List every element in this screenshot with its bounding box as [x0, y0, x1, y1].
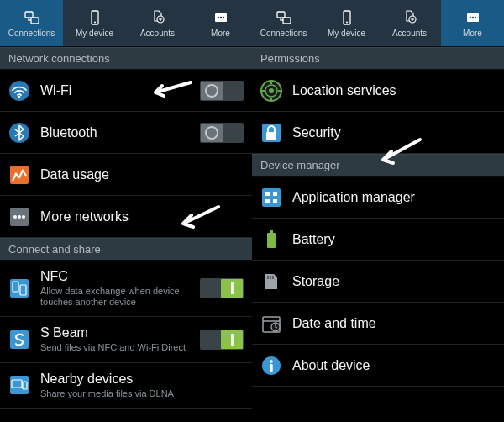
storage-icon [260, 271, 282, 293]
svg-rect-38 [266, 132, 276, 140]
tab-label: Connections [260, 29, 307, 38]
svg-point-6 [217, 16, 218, 18]
tab-label: Accounts [392, 29, 427, 38]
item-nearby-devices[interactable]: Nearby devices Share your media files vi… [0, 363, 252, 409]
svg-rect-44 [267, 233, 276, 248]
item-more-networks[interactable]: More networks [0, 196, 252, 238]
tab-label: More [463, 29, 482, 38]
item-nfc[interactable]: NFC Allow data exchange when device touc… [0, 261, 252, 317]
svg-rect-48 [272, 276, 274, 279]
tab-more[interactable]: More [441, 0, 504, 46]
svg-point-32 [471, 16, 473, 18]
right-tab-bar: Connections My device Accounts More [252, 0, 504, 47]
svg-rect-25 [277, 12, 285, 18]
svg-point-31 [469, 16, 470, 18]
data-usage-icon [8, 164, 30, 186]
item-label: S Beam [40, 325, 190, 340]
item-label: Data usage [40, 167, 244, 182]
location-icon [260, 80, 282, 102]
toggle-bluetooth[interactable] [200, 123, 244, 143]
svg-point-7 [219, 16, 221, 18]
tab-label: My device [76, 29, 113, 38]
item-label: Battery [292, 232, 496, 247]
item-security[interactable]: Security [252, 112, 504, 154]
item-label: About device [292, 358, 496, 373]
svg-rect-46 [267, 276, 269, 279]
item-bluetooth[interactable]: Bluetooth [0, 112, 252, 154]
svg-point-52 [270, 360, 273, 363]
tab-connections[interactable]: Connections [0, 0, 63, 46]
item-data-usage[interactable]: Data usage [0, 154, 252, 196]
item-sublabel: Allow data exchange when device touches … [40, 286, 190, 308]
svg-point-10 [18, 95, 21, 98]
app-manager-icon [260, 187, 282, 208]
accounts-icon [150, 9, 166, 26]
item-label: Date and time [292, 316, 496, 331]
my-device-icon [87, 9, 103, 26]
tab-more[interactable]: More [189, 0, 252, 46]
toggle-wifi[interactable] [200, 81, 244, 101]
tab-my-device[interactable]: My device [63, 0, 126, 46]
more-icon [213, 9, 229, 26]
section-permissions: Permissions [252, 47, 504, 70]
s-beam-icon [8, 329, 30, 351]
tab-label: My device [328, 29, 365, 38]
connections-icon [24, 9, 40, 26]
item-label: More networks [40, 209, 244, 224]
svg-point-13 [15, 172, 18, 175]
security-icon [260, 122, 282, 144]
svg-rect-45 [270, 230, 273, 233]
item-about-device[interactable]: About device [252, 345, 504, 387]
item-sublabel: Send files via NFC and Wi-Fi Direct [40, 342, 190, 353]
item-storage[interactable]: Storage [252, 261, 504, 303]
svg-rect-53 [270, 364, 272, 372]
section-network-connections: Network connections [0, 47, 252, 70]
item-label: Application manager [292, 190, 496, 205]
tab-accounts[interactable]: Accounts [378, 0, 441, 46]
nfc-icon [8, 277, 30, 299]
more-icon [465, 9, 481, 26]
about-device-icon [260, 355, 282, 377]
svg-point-17 [22, 215, 25, 219]
svg-rect-39 [262, 188, 281, 207]
item-sublabel: Share your media files via DLNA [40, 388, 244, 399]
wifi-icon [8, 80, 30, 102]
item-label: Wi-Fi [40, 83, 190, 98]
svg-rect-42 [265, 199, 270, 203]
date-time-icon [260, 313, 282, 335]
item-application-manager[interactable]: Application manager [252, 177, 504, 219]
svg-rect-26 [283, 18, 291, 24]
toggle-s-beam[interactable] [200, 330, 244, 350]
item-s-beam[interactable]: S Beam Send files via NFC and Wi-Fi Dire… [0, 317, 252, 362]
svg-point-28 [346, 21, 348, 23]
tab-label: More [211, 29, 230, 38]
tab-label: Accounts [140, 29, 175, 38]
svg-rect-40 [265, 192, 270, 196]
svg-point-33 [474, 16, 475, 18]
item-label: Location services [292, 83, 496, 98]
tab-accounts[interactable]: Accounts [126, 0, 189, 46]
item-wifi[interactable]: Wi-Fi [0, 70, 252, 112]
svg-rect-22 [10, 376, 29, 394]
item-label: Nearby devices [40, 372, 244, 387]
tab-label: Connections [8, 29, 55, 38]
item-date-and-time[interactable]: Date and time [252, 303, 504, 345]
more-networks-icon [8, 206, 30, 228]
section-device-manager: Device manager [252, 154, 504, 177]
svg-point-8 [222, 16, 223, 18]
tab-connections[interactable]: Connections [252, 0, 315, 46]
item-label: Bluetooth [40, 125, 190, 140]
svg-rect-0 [25, 12, 33, 18]
tab-my-device[interactable]: My device [315, 0, 378, 46]
svg-rect-47 [270, 276, 271, 279]
item-label: NFC [40, 269, 190, 284]
item-label: Security [292, 125, 496, 140]
my-device-icon [339, 9, 355, 26]
item-location-services[interactable]: Location services [252, 70, 504, 112]
svg-point-16 [18, 215, 21, 219]
accounts-icon [402, 9, 418, 26]
toggle-nfc[interactable] [200, 278, 244, 298]
item-battery[interactable]: Battery [252, 219, 504, 261]
svg-rect-41 [273, 192, 277, 196]
connections-icon [276, 9, 292, 26]
